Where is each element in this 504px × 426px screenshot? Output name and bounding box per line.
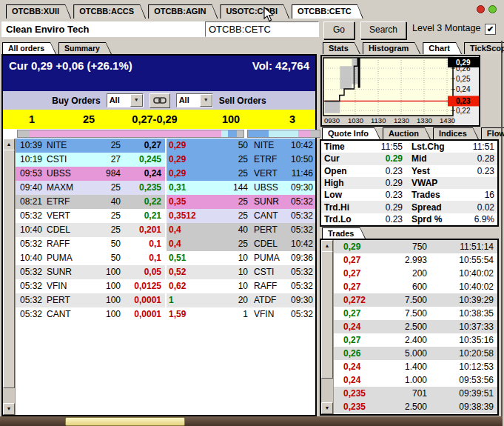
tab-label: Indices: [439, 129, 467, 138]
ticker-tab-usotc-cobi[interactable]: USOTC:COBI: [220, 4, 289, 19]
trade-time: 10:35:16: [427, 333, 497, 347]
tab-tickscope[interactable]: TickScope: [464, 42, 504, 54]
tab-summary[interactable]: Summary: [58, 42, 112, 54]
cell-price: 0,201: [121, 223, 165, 237]
quote-info-row: Trd.Hi0.29Spread0.02: [321, 201, 497, 213]
trade-time: 10:12:53: [427, 360, 497, 373]
buy-order: 09:53UBSS9840,24: [16, 167, 165, 181]
cell-mm: CANT: [47, 307, 82, 322]
chevron-down-icon[interactable]: ▼: [130, 94, 143, 107]
cell-price: 0,3512: [167, 209, 206, 223]
search-button[interactable]: Search: [360, 21, 406, 39]
quote-value: 0.29: [364, 153, 406, 164]
tab-quote-info[interactable]: Quote Info: [322, 127, 380, 139]
book-row[interactable]: 09:40MAXM250,2350,31144UBSS09:30: [16, 181, 315, 195]
trade-size: 2.400: [381, 333, 427, 347]
cell-time: 09:40: [16, 181, 47, 195]
book-row[interactable]: 05:32SUNR1000,050,5210CSTI05:32: [16, 265, 315, 279]
book-row[interactable]: 10:39NITE250,270,2950NITE10:42: [16, 139, 315, 153]
book-row[interactable]: 09:53UBSS9840,240,2925VERT11:46: [16, 167, 315, 181]
scroll-thumb[interactable]: [321, 251, 333, 379]
svg-text:1430: 1430: [440, 116, 455, 124]
scroll-up-icon[interactable]: ▲: [3, 139, 15, 150]
scroll-up-icon[interactable]: ▲: [321, 240, 333, 252]
cell-price: 0,1: [121, 237, 165, 251]
tab-indices[interactable]: Indices: [433, 127, 479, 139]
trade-row: 0,2975011:51:14: [334, 240, 497, 253]
cell-size: 10: [206, 279, 248, 293]
bid-size: 25: [61, 113, 117, 125]
level3-montage-checkbox[interactable]: ✔: [485, 24, 496, 35]
depth-segment: [221, 130, 228, 137]
tab-all-orders[interactable]: All orders: [2, 42, 56, 54]
book-row[interactable]: 05:32VERT250,210,351225CANT05:32: [16, 209, 315, 223]
scroll-down-icon[interactable]: ▼: [321, 402, 333, 414]
order-book-rows: 10:39NITE250,270,2950NITE10:4210:19CSTI2…: [16, 139, 315, 415]
current-price-line: Cur 0,29 +0,06 (+26.1%): [9, 59, 132, 91]
chevron-down-icon[interactable]: ▼: [200, 94, 212, 107]
tab-trades[interactable]: Trades: [322, 227, 366, 239]
sell-filter-dropdown[interactable]: All ▼: [176, 93, 213, 107]
quote-label: Spread: [406, 202, 459, 213]
tab-stats[interactable]: Stats: [323, 42, 360, 54]
depth-segment: [310, 130, 320, 137]
trade-time: 10:38:35: [427, 307, 497, 320]
book-row[interactable]: 05:32PERT1000,0001120ATDF09:30: [16, 293, 315, 307]
symbol-input[interactable]: OTCBB:CETC: [205, 21, 319, 37]
cell-size: 20: [206, 293, 248, 307]
ticker-tab-otcbb-xuii[interactable]: OTCBB:XUII: [6, 4, 71, 19]
buy-order: 05:32VFIN1000,0125: [16, 279, 165, 293]
bid-depth-bar: [17, 130, 244, 138]
cell-mm: SUNR: [47, 265, 82, 279]
quote-value: 0.02: [459, 202, 497, 213]
ticker-tab-otcbb-accs[interactable]: OTCBB:ACCS: [73, 4, 146, 19]
cell-size: 25: [206, 237, 248, 251]
book-row[interactable]: 05:32CANT1000,00011,591VFIN05:32: [16, 307, 315, 322]
cell-price: 0,27: [121, 139, 165, 153]
bid-mm-count: 1: [3, 113, 61, 125]
sell-order: 0,31144UBSS09:30: [167, 181, 315, 195]
ask-mm-count: 3: [269, 113, 315, 125]
ticker-tab-otcbb-cetc[interactable]: OTCBB:CETC: [292, 4, 363, 19]
quote-value: 11:55: [364, 142, 406, 152]
book-row[interactable]: 08:21ETRF400,220,3525SUNR05:32: [16, 195, 315, 209]
go-button[interactable]: Go: [323, 21, 355, 39]
trade-size: 2.500: [381, 400, 427, 413]
book-row[interactable]: 10:19CSTI270,2450,2925ETRF10:50: [16, 153, 315, 167]
trade-time: 10:20:58: [427, 347, 497, 360]
cell-size: 25: [82, 209, 121, 223]
company-name: Clean Enviro Tech: [1, 21, 206, 37]
scroll-thumb[interactable]: [3, 150, 15, 388]
svg-text:0,23: 0,23: [456, 97, 471, 105]
cell-price: 0,29: [167, 139, 206, 153]
chain-link-icon: [153, 96, 167, 104]
mouse-cursor-icon: [263, 7, 274, 22]
quote-header: Cur 0,29 +0,06 (+26.1%) Vol: 42,764: [3, 56, 315, 91]
buy-order: 10:40CDEL250,201: [16, 223, 165, 237]
cell-time: 09:30: [283, 293, 315, 307]
link-filters-button[interactable]: [149, 93, 170, 108]
scroll-down-icon[interactable]: ▼: [3, 403, 15, 415]
order-book-scrollbar[interactable]: ▲▼: [3, 139, 16, 415]
ticker-tab-otcbb-agin[interactable]: OTCBB:AGIN: [148, 4, 218, 19]
book-row[interactable]: 05:32RAFF500,10,425CDEL10:42: [16, 237, 315, 251]
trade-time: 11:51:14: [427, 240, 497, 253]
tab-label: OTCBB:AGIN: [154, 7, 206, 16]
buy-filter-dropdown[interactable]: All ▼: [107, 93, 144, 107]
book-row[interactable]: 10:40CDEL250,2010,440PERT05:32: [16, 223, 315, 237]
book-row[interactable]: 05:32VFIN1000,01250,6210RAFF05:32: [16, 279, 315, 293]
status-dot-green-icon: [488, 5, 497, 13]
tab-histogram[interactable]: Histogram: [363, 42, 420, 54]
trade-row: 0,2760010:40:02: [334, 280, 497, 293]
trades-scrollbar[interactable]: ▲▼: [321, 240, 334, 414]
trade-price: 0,235: [334, 387, 381, 400]
tab-flow[interactable]: Flow: [481, 127, 504, 139]
cell-time: 10:40: [16, 223, 47, 237]
trade-size: 1.000: [381, 373, 427, 387]
tab-label: Flow: [487, 129, 504, 138]
tab-auction[interactable]: Auction: [383, 127, 431, 139]
book-row[interactable]: 10:40PUMA500,10,5110PUMA09:36: [16, 251, 315, 265]
tab-chart[interactable]: Chart: [423, 42, 462, 54]
svg-text:1030: 1030: [348, 116, 363, 124]
cell-price: 1,59: [167, 307, 206, 322]
